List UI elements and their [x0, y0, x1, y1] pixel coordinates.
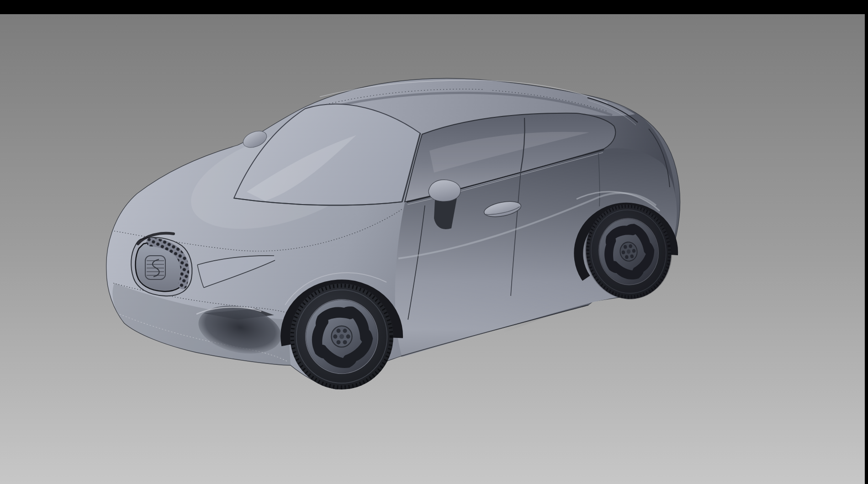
viewport-3d[interactable]	[0, 0, 868, 484]
application-window	[0, 0, 868, 484]
side-mirror	[429, 180, 460, 201]
frame-top-bar	[0, 0, 868, 14]
front-wheel	[290, 284, 393, 389]
frame-right-bar	[865, 0, 868, 484]
